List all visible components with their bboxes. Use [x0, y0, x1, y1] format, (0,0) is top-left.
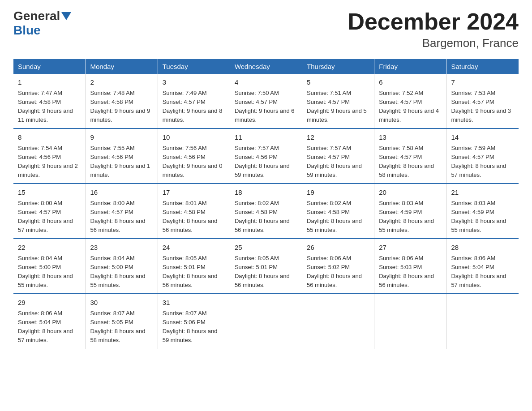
table-row: 29 Sunrise: 8:06 AMSunset: 5:04 PMDaylig… — [13, 294, 86, 348]
day-number: 24 — [163, 243, 225, 253]
table-row: 31 Sunrise: 8:07 AMSunset: 5:06 PMDaylig… — [158, 294, 230, 348]
day-number: 6 — [379, 77, 442, 88]
day-info: Sunrise: 8:04 AMSunset: 5:00 PMDaylight:… — [18, 254, 81, 290]
table-row: 10 Sunrise: 7:56 AMSunset: 4:56 PMDaylig… — [158, 128, 230, 184]
day-info: Sunrise: 7:49 AMSunset: 4:57 PMDaylight:… — [163, 89, 225, 125]
table-row: 22 Sunrise: 8:04 AMSunset: 5:00 PMDaylig… — [13, 239, 86, 294]
day-info: Sunrise: 8:01 AMSunset: 4:58 PMDaylight:… — [163, 199, 225, 235]
table-row: 16 Sunrise: 8:00 AMSunset: 4:57 PMDaylig… — [86, 184, 158, 239]
day-info: Sunrise: 7:55 AMSunset: 4:56 PMDaylight:… — [90, 144, 153, 180]
day-info: Sunrise: 7:54 AMSunset: 4:56 PMDaylight:… — [18, 144, 81, 180]
day-info: Sunrise: 8:00 AMSunset: 4:57 PMDaylight:… — [90, 199, 153, 235]
logo-general-text: General — [13, 9, 60, 23]
logo-blue-text: Blue — [13, 23, 41, 37]
day-info: Sunrise: 8:06 AMSunset: 5:04 PMDaylight:… — [451, 254, 514, 290]
table-row: 23 Sunrise: 8:04 AMSunset: 5:00 PMDaylig… — [86, 239, 158, 294]
day-info: Sunrise: 8:05 AMSunset: 5:01 PMDaylight:… — [163, 254, 225, 290]
header-sunday: Sunday — [13, 59, 86, 74]
calendar-week-row: 1 Sunrise: 7:47 AMSunset: 4:58 PMDayligh… — [13, 74, 519, 128]
day-number: 7 — [451, 77, 514, 88]
day-number: 16 — [90, 188, 153, 198]
day-number: 18 — [235, 188, 297, 198]
day-info: Sunrise: 8:07 AMSunset: 5:05 PMDaylight:… — [90, 309, 153, 345]
calendar-title: December 2024 — [348, 9, 519, 34]
table-row: 27 Sunrise: 8:06 AMSunset: 5:03 PMDaylig… — [374, 239, 446, 294]
table-row: 15 Sunrise: 8:00 AMSunset: 4:57 PMDaylig… — [13, 184, 86, 239]
day-number: 13 — [379, 133, 442, 143]
table-row: 7 Sunrise: 7:53 AMSunset: 4:57 PMDayligh… — [446, 74, 519, 128]
day-info: Sunrise: 8:03 AMSunset: 4:59 PMDaylight:… — [451, 199, 514, 235]
day-info: Sunrise: 7:51 AMSunset: 4:57 PMDaylight:… — [307, 89, 369, 125]
day-number: 17 — [163, 188, 225, 198]
day-number: 25 — [235, 243, 297, 253]
calendar-week-row: 22 Sunrise: 8:04 AMSunset: 5:00 PMDaylig… — [13, 239, 519, 294]
day-number: 26 — [307, 243, 369, 253]
table-row: 18 Sunrise: 8:02 AMSunset: 4:58 PMDaylig… — [230, 184, 302, 239]
logo: General Blue — [13, 9, 71, 38]
table-row: 4 Sunrise: 7:50 AMSunset: 4:57 PMDayligh… — [230, 74, 302, 128]
day-info: Sunrise: 8:03 AMSunset: 4:59 PMDaylight:… — [379, 199, 442, 235]
header-saturday: Saturday — [446, 59, 519, 74]
day-number: 1 — [18, 77, 81, 88]
day-number: 14 — [451, 133, 514, 143]
day-number: 19 — [307, 188, 369, 198]
table-row: 9 Sunrise: 7:55 AMSunset: 4:56 PMDayligh… — [86, 128, 158, 184]
day-info: Sunrise: 7:59 AMSunset: 4:57 PMDaylight:… — [451, 144, 514, 180]
day-info: Sunrise: 7:57 AMSunset: 4:56 PMDaylight:… — [235, 144, 297, 180]
day-info: Sunrise: 8:06 AMSunset: 5:02 PMDaylight:… — [307, 254, 369, 290]
days-header-row: Sunday Monday Tuesday Wednesday Thursday… — [13, 59, 519, 74]
title-block: December 2024 Bargemon, France — [348, 9, 519, 50]
calendar-week-row: 8 Sunrise: 7:54 AMSunset: 4:56 PMDayligh… — [13, 128, 519, 184]
table-row: 2 Sunrise: 7:48 AMSunset: 4:58 PMDayligh… — [86, 74, 158, 128]
day-number: 29 — [18, 298, 81, 308]
day-info: Sunrise: 8:04 AMSunset: 5:00 PMDaylight:… — [90, 254, 153, 290]
calendar-week-row: 29 Sunrise: 8:06 AMSunset: 5:04 PMDaylig… — [13, 294, 519, 348]
table-row: 14 Sunrise: 7:59 AMSunset: 4:57 PMDaylig… — [446, 128, 519, 184]
day-number: 9 — [90, 133, 153, 143]
day-info: Sunrise: 7:47 AMSunset: 4:58 PMDaylight:… — [18, 89, 81, 125]
table-row: 3 Sunrise: 7:49 AMSunset: 4:57 PMDayligh… — [158, 74, 230, 128]
day-number: 10 — [163, 133, 225, 143]
day-info: Sunrise: 7:48 AMSunset: 4:58 PMDaylight:… — [90, 89, 153, 125]
header-thursday: Thursday — [302, 59, 374, 74]
calendar-subtitle: Bargemon, France — [348, 36, 519, 50]
day-number: 28 — [451, 243, 514, 253]
day-number: 4 — [235, 77, 297, 88]
header-tuesday: Tuesday — [158, 59, 230, 74]
table-row: 1 Sunrise: 7:47 AMSunset: 4:58 PMDayligh… — [13, 74, 86, 128]
table-row: 6 Sunrise: 7:52 AMSunset: 4:57 PMDayligh… — [374, 74, 446, 128]
day-number: 23 — [90, 243, 153, 253]
day-number: 15 — [18, 188, 81, 198]
day-info: Sunrise: 7:52 AMSunset: 4:57 PMDaylight:… — [379, 89, 442, 125]
day-info: Sunrise: 8:06 AMSunset: 5:03 PMDaylight:… — [379, 254, 442, 290]
day-info: Sunrise: 8:05 AMSunset: 5:01 PMDaylight:… — [235, 254, 297, 290]
day-info: Sunrise: 8:02 AMSunset: 4:58 PMDaylight:… — [235, 199, 297, 235]
day-info: Sunrise: 8:00 AMSunset: 4:57 PMDaylight:… — [18, 199, 81, 235]
table-row: 28 Sunrise: 8:06 AMSunset: 5:04 PMDaylig… — [446, 239, 519, 294]
calendar-table: Sunday Monday Tuesday Wednesday Thursday… — [13, 59, 519, 348]
day-info: Sunrise: 7:57 AMSunset: 4:57 PMDaylight:… — [307, 144, 369, 180]
table-row: 8 Sunrise: 7:54 AMSunset: 4:56 PMDayligh… — [13, 128, 86, 184]
table-row: 12 Sunrise: 7:57 AMSunset: 4:57 PMDaylig… — [302, 128, 374, 184]
day-info: Sunrise: 7:50 AMSunset: 4:57 PMDaylight:… — [235, 89, 297, 125]
table-row: 5 Sunrise: 7:51 AMSunset: 4:57 PMDayligh… — [302, 74, 374, 128]
day-number: 30 — [90, 298, 153, 308]
day-number: 22 — [18, 243, 81, 253]
table-row: 25 Sunrise: 8:05 AMSunset: 5:01 PMDaylig… — [230, 239, 302, 294]
table-row: 26 Sunrise: 8:06 AMSunset: 5:02 PMDaylig… — [302, 239, 374, 294]
table-row: 17 Sunrise: 8:01 AMSunset: 4:58 PMDaylig… — [158, 184, 230, 239]
calendar-week-row: 15 Sunrise: 8:00 AMSunset: 4:57 PMDaylig… — [13, 184, 519, 239]
day-info: Sunrise: 7:58 AMSunset: 4:57 PMDaylight:… — [379, 144, 442, 180]
svg-marker-0 — [61, 12, 71, 20]
table-row: 24 Sunrise: 8:05 AMSunset: 5:01 PMDaylig… — [158, 239, 230, 294]
day-number: 3 — [163, 77, 225, 88]
table-row — [446, 294, 519, 348]
day-info: Sunrise: 8:07 AMSunset: 5:06 PMDaylight:… — [163, 309, 225, 345]
day-number: 27 — [379, 243, 442, 253]
table-row: 19 Sunrise: 8:02 AMSunset: 4:58 PMDaylig… — [302, 184, 374, 239]
logo-arrow-icon — [61, 12, 71, 22]
day-number: 2 — [90, 77, 153, 88]
header-wednesday: Wednesday — [230, 59, 302, 74]
day-number: 11 — [235, 133, 297, 143]
day-number: 31 — [163, 298, 225, 308]
